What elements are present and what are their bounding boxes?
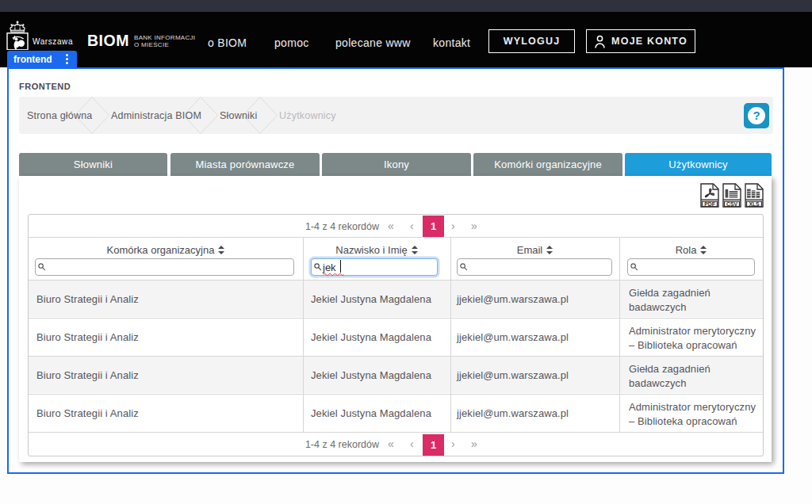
svg-text:CSV: CSV bbox=[726, 201, 737, 207]
svg-text:PDF: PDF bbox=[704, 201, 715, 207]
svg-text:XLS: XLS bbox=[749, 201, 760, 207]
